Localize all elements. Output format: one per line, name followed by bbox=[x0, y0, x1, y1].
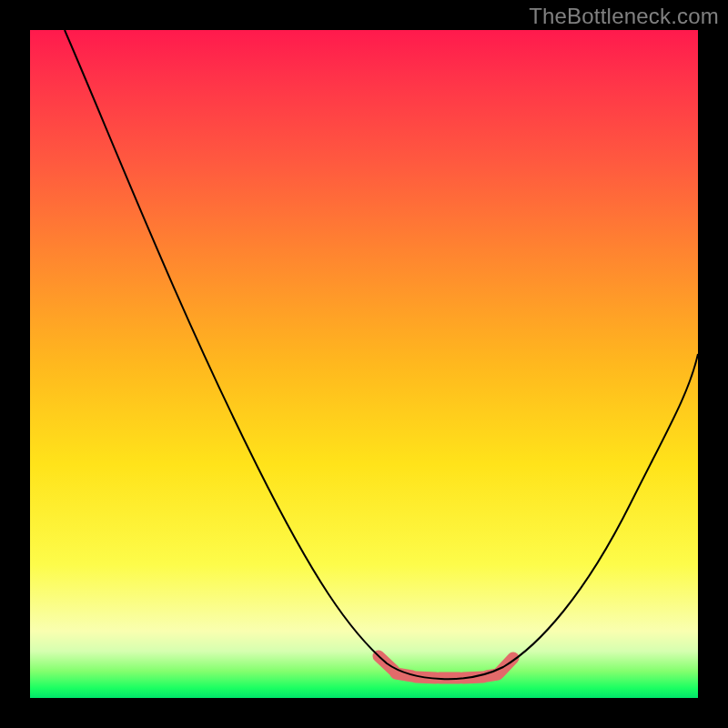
watermark-text: TheBottleneck.com bbox=[529, 4, 719, 29]
curve-svg bbox=[30, 30, 698, 698]
bottleneck-curve bbox=[65, 30, 698, 679]
chart-stage: TheBottleneck.com bbox=[0, 0, 728, 728]
plot-area bbox=[30, 30, 698, 698]
optimal-basin bbox=[379, 656, 513, 678]
